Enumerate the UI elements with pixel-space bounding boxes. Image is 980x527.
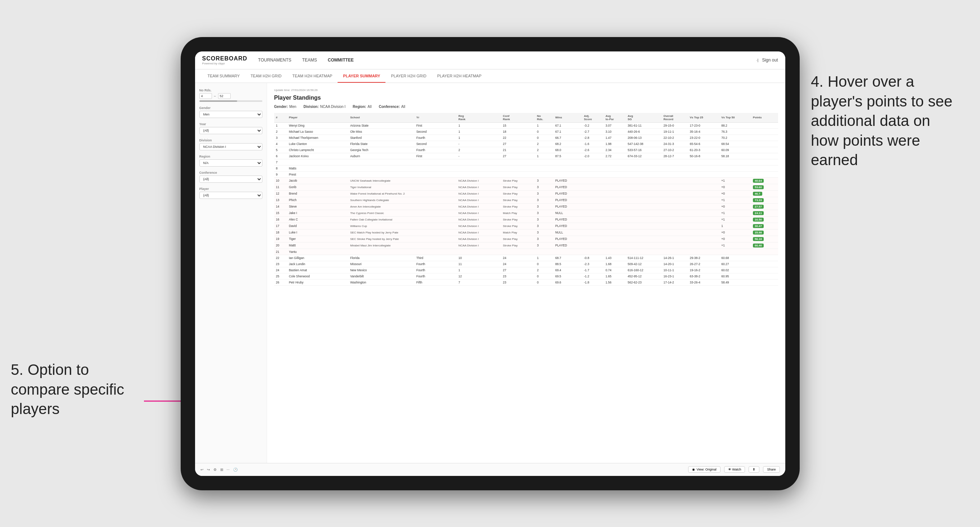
no-rds-max-input[interactable] [218, 93, 231, 99]
cell-vs-top50: 60.27 [719, 261, 751, 267]
cell-player: Ian Gilligan [287, 255, 348, 261]
sub-type: Stroke Play [501, 242, 535, 249]
points-badge[interactable]: 53.60 [753, 185, 764, 189]
sub-nav-team-h2h-grid[interactable]: TEAM H2H GRID [245, 70, 287, 83]
sub-nav-team-h2h-heatmap[interactable]: TEAM H2H HEATMAP [287, 70, 337, 83]
cell-points[interactable] [751, 153, 778, 159]
sub-event: SEC Stroke Play hosted by Jerry Pate [348, 236, 457, 242]
cell-points[interactable] [751, 261, 778, 267]
cell-points[interactable] [751, 159, 778, 165]
sub-rank: 12 [274, 190, 287, 197]
points-badge[interactable]: 24.11 [753, 211, 764, 215]
export-btn[interactable]: ⬆ [749, 466, 759, 473]
conference-select[interactable]: (All) [199, 176, 262, 183]
region-select[interactable]: N/A [199, 159, 262, 167]
gender-select[interactable]: Men Women [199, 111, 262, 118]
cell-points[interactable] [751, 122, 778, 129]
points-badge[interactable]: 30.47 [753, 224, 764, 228]
points-badge[interactable]: 40.64 [753, 179, 764, 183]
more-btn[interactable]: ··· [227, 468, 230, 471]
sub-rounds: 3 [535, 229, 554, 236]
points-badge[interactable]: 27.57 [753, 205, 764, 209]
cell-points[interactable] [751, 273, 778, 279]
watch-btn[interactable]: 👁 Watch [724, 466, 745, 473]
cell-points[interactable] [751, 165, 778, 171]
settings-btn[interactable]: ⚙ [213, 468, 217, 471]
sub-empty2 [603, 229, 626, 236]
sub-nav-team-summary[interactable]: TEAM SUMMARY [202, 70, 245, 83]
points-badge[interactable]: 35.98 [753, 230, 764, 235]
cell-school: Florida State [348, 141, 415, 147]
col-rank: # [274, 113, 287, 123]
sub-nav-player-h2h-heatmap[interactable]: PLAYER H2H HEATMAP [432, 70, 487, 83]
sub-event: Tiger Invitational [348, 184, 457, 190]
cell-school: Washington [348, 279, 415, 285]
sub-nav-player-summary[interactable]: PLAYER SUMMARY [337, 70, 385, 83]
player-select[interactable]: (All) [199, 192, 262, 199]
cell-reg-rank: 10 [457, 255, 501, 261]
cell-yr: First [415, 122, 457, 129]
sub-rank: 19 [274, 236, 287, 242]
year-select[interactable]: (All) [199, 127, 262, 134]
sub-empty5 [688, 203, 720, 210]
sign-out-link[interactable]: Sign out [762, 56, 778, 64]
cell-reg-rank [457, 165, 501, 171]
points-badge[interactable]: 56.18 [753, 237, 764, 241]
no-rds-min-input[interactable] [199, 93, 212, 99]
cell-points[interactable] [751, 255, 778, 261]
cell-player: Luke Clanton [287, 141, 348, 147]
points-badge[interactable]: 46.7 [753, 192, 762, 196]
cell-points[interactable] [751, 171, 778, 177]
cell-points[interactable] [751, 147, 778, 153]
cell-player: Petr Hruby [287, 279, 348, 285]
table-row: 23 Jack Lundin Missouri Fourth 11 24 0 8… [274, 261, 778, 267]
cell-wins [554, 165, 582, 171]
sub-type: Match Play [501, 210, 535, 216]
cell-adj-score: -1.8 [582, 279, 604, 285]
no-rds-slider[interactable] [199, 100, 262, 102]
sub-empty2 [603, 223, 626, 229]
cell-points[interactable] [751, 129, 778, 135]
nav-tournaments[interactable]: TOURNAMENTS [258, 56, 291, 64]
sub-empty4 [662, 197, 688, 203]
cell-wins: 68.7 [554, 255, 582, 261]
table-row: 21 Yantu [274, 249, 778, 255]
points-badge[interactable]: 66.40 [753, 243, 764, 248]
sub-empty1 [582, 249, 604, 255]
cell-points[interactable] [751, 141, 778, 147]
cell-no-rds: 2 [535, 141, 554, 147]
nav-committee[interactable]: COMMITTEE [328, 56, 354, 64]
view-original-btn[interactable]: ◉ View: Original [688, 466, 720, 473]
cell-points[interactable] [751, 279, 778, 285]
sub-nav-player-h2h-grid[interactable]: PLAYER H2H GRID [385, 70, 431, 83]
points-badge[interactable]: 73.33 [753, 198, 764, 202]
copy-btn[interactable]: ⊞ [220, 468, 223, 471]
bottom-toolbar: ↩ ↪ ⚙ ⊞ ··· 🕐 ◉ View: Original 👁 Watch ⬆… [195, 463, 785, 476]
table-row: 1 Wenyi Ding Arizona State First 1 15 1 … [274, 122, 778, 129]
nav-teams[interactable]: TEAMS [302, 56, 317, 64]
cell-yr: Fourth [415, 267, 457, 273]
share-label: Share [767, 468, 776, 471]
undo-btn[interactable]: ↩ [200, 468, 203, 471]
redo-btn[interactable]: ↪ [207, 468, 210, 471]
cell-avg-sg: 547-142-38 [626, 141, 662, 147]
sub-points: 27.57 [751, 203, 778, 210]
points-badge[interactable]: 16.50 [753, 217, 764, 222]
cell-adj-score: -1.2 [582, 273, 604, 279]
sub-empty2 [603, 203, 626, 210]
sub-empty1 [582, 177, 604, 184]
share-btn[interactable]: Share [763, 466, 780, 473]
cell-reg-rank: - [457, 141, 501, 147]
cell-avg-to-par: 2.34 [603, 147, 626, 153]
cell-points[interactable] [751, 267, 778, 273]
cell-reg-rank: 12 [457, 273, 501, 279]
cell-rank: 8 [274, 165, 287, 171]
division-select[interactable]: NCAA Division I [199, 143, 262, 150]
clock-btn[interactable]: 🕐 [233, 468, 237, 471]
sub-division: NCAA Division I [457, 197, 501, 203]
sub-empty1 [582, 236, 604, 242]
annotation-bottom-left: 5. Option to compare specific players [11, 360, 137, 419]
cell-reg-rank: - [457, 153, 501, 159]
sub-rounds: 3 [535, 190, 554, 197]
cell-points[interactable] [751, 135, 778, 141]
